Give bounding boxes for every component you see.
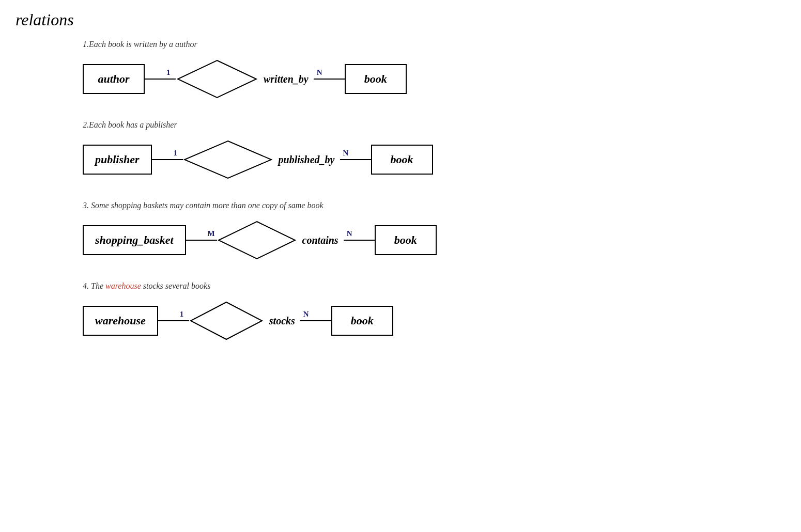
relation-4-desc-part1: 4. The: [83, 281, 105, 290]
diamond-written-by: written_by: [176, 58, 314, 100]
relationship-label-1: written_by: [258, 73, 314, 85]
diamond-contains: contains: [217, 220, 344, 261]
entity-author: author: [83, 64, 145, 94]
line-right-4: [300, 320, 331, 321]
relation-section-2: 2.Each book has a publisher publisher 1 …: [16, 120, 785, 180]
svg-marker-0: [178, 60, 256, 98]
card-left-2: 1: [174, 149, 178, 158]
relation-section-1: 1.Each book is written by a author autho…: [16, 40, 785, 100]
card-left-1: 1: [166, 68, 171, 77]
diamond-published-by: published_by: [183, 139, 340, 180]
relation-4-highlight: warehouse: [105, 281, 141, 290]
right-connector-4: N: [300, 320, 331, 321]
entity-publisher: publisher: [83, 145, 152, 175]
relationship-label-4: stocks: [264, 315, 300, 327]
entity-book-4: book: [331, 306, 393, 336]
line-left-4: [158, 320, 189, 321]
relation-4-desc-part2: stocks several books: [141, 281, 211, 290]
relation-section-4: 4. The warehouse stocks several books wa…: [16, 281, 785, 341]
card-right-4: N: [303, 310, 309, 319]
relationship-label-3: contains: [297, 234, 344, 246]
er-diagram-2: publisher 1 published_by N book: [83, 139, 785, 180]
line-left-3: [186, 240, 217, 241]
relationship-label-2: published_by: [273, 154, 340, 166]
entity-book-1: book: [345, 64, 407, 94]
card-right-1: N: [317, 68, 322, 77]
line-right-1: [314, 79, 345, 80]
card-right-2: N: [343, 149, 349, 158]
svg-marker-3: [191, 302, 262, 339]
left-connector-4: 1: [158, 320, 189, 321]
svg-marker-1: [184, 141, 271, 178]
relation-3-description: 3. Some shopping baskets may contain mor…: [83, 201, 785, 210]
diamond-shape-1: [176, 58, 258, 100]
relation-1-description: 1.Each book is written by a author: [83, 40, 785, 49]
diamond-shape-2: [183, 139, 273, 180]
svg-marker-2: [219, 222, 295, 259]
card-left-4: 1: [180, 310, 184, 319]
left-connector-1: 1: [145, 79, 176, 80]
diamond-shape-4: [189, 300, 264, 341]
er-diagram-1: author 1 written_by N book: [83, 58, 785, 100]
line-right-3: [344, 240, 375, 241]
right-connector-3: N: [344, 240, 375, 241]
relation-section-3: 3. Some shopping baskets may contain mor…: [16, 201, 785, 261]
entity-shopping-basket: shopping_basket: [83, 225, 186, 255]
entity-book-3: book: [375, 225, 437, 255]
card-left-3: M: [208, 229, 215, 238]
card-right-3: N: [347, 229, 352, 238]
left-connector-3: M: [186, 240, 217, 241]
right-connector-2: N: [340, 159, 371, 160]
line-left-1: [145, 79, 176, 80]
left-connector-2: 1: [152, 159, 183, 160]
entity-warehouse: warehouse: [83, 306, 158, 336]
relation-4-description: 4. The warehouse stocks several books: [83, 281, 785, 291]
er-diagram-3: shopping_basket M contains N book: [83, 220, 785, 261]
right-connector-1: N: [314, 79, 345, 80]
entity-book-2: book: [371, 145, 433, 175]
diamond-shape-3: [217, 220, 297, 261]
line-left-2: [152, 159, 183, 160]
er-diagram-4: warehouse 1 stocks N book: [83, 300, 785, 341]
page-title: relations: [16, 10, 785, 29]
relation-2-description: 2.Each book has a publisher: [83, 120, 785, 130]
line-right-2: [340, 159, 371, 160]
diamond-stocks: stocks: [189, 300, 300, 341]
